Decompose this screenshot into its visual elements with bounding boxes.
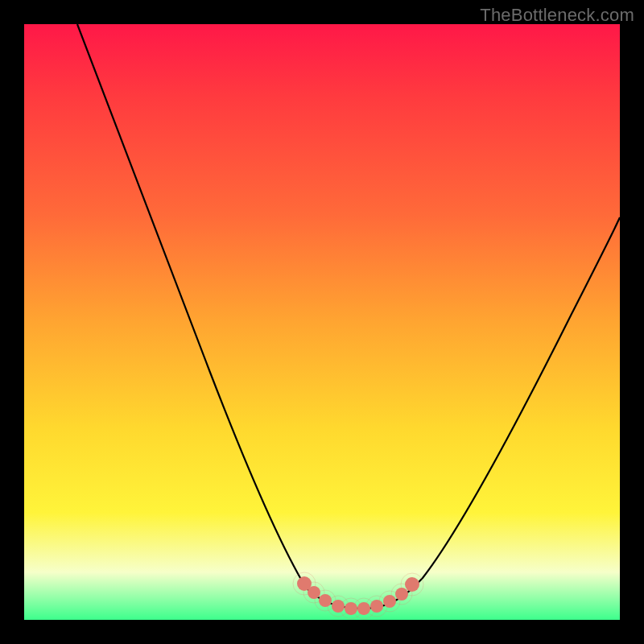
svg-point-13 (370, 600, 383, 613)
plot-area (24, 24, 620, 620)
watermark-text: TheBottleneck.com (480, 5, 634, 26)
bottleneck-curve (77, 24, 620, 609)
optimal-region-markers (293, 572, 423, 619)
svg-point-9 (345, 602, 357, 615)
svg-point-19 (405, 577, 419, 592)
chart-frame: TheBottleneck.com (0, 0, 644, 644)
bottleneck-curve-svg (24, 24, 620, 620)
